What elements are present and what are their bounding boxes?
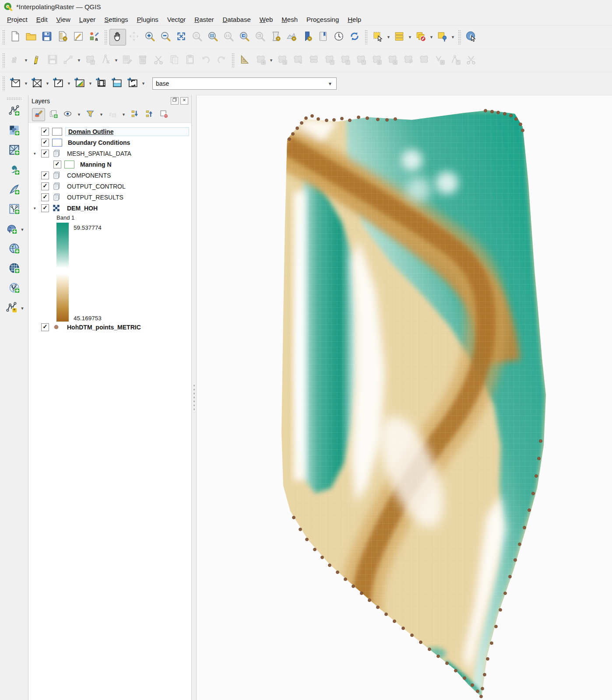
new-temporary-scratch-layer-button[interactable]: * xyxy=(4,301,20,316)
vertex-tool-button[interactable] xyxy=(98,52,113,68)
move-feature-button[interactable] xyxy=(253,52,268,68)
menu-help[interactable]: Help xyxy=(343,14,366,24)
layer-label[interactable]: DEM_HOH xyxy=(64,204,100,212)
expander-icon[interactable]: ▾ xyxy=(34,151,41,156)
add-part-button[interactable]: * xyxy=(337,52,353,68)
zoom-last-button[interactable] xyxy=(236,29,252,45)
select-by-location-dropdown[interactable]: ▼ xyxy=(450,35,456,39)
mesh-export-tool-button[interactable] xyxy=(50,76,66,91)
menu-settings[interactable]: Settings xyxy=(100,14,132,24)
current-edits-button[interactable] xyxy=(7,52,23,68)
menu-mesh[interactable]: Mesh xyxy=(277,14,302,24)
layer-checkbox[interactable]: ✓ xyxy=(41,139,49,147)
menu-database[interactable]: Database xyxy=(218,14,255,24)
add-raster-layer-button[interactable] xyxy=(6,123,22,139)
toolbar-drag-handle[interactable] xyxy=(458,30,461,45)
layer-label[interactable]: OUTPUT_CONTROL xyxy=(64,182,128,190)
layer-row[interactable]: ✓Boundary Conditions xyxy=(28,137,191,148)
delete-part-button[interactable] xyxy=(384,52,400,68)
layer-row[interactable]: ✓HohDTM_points_METRIC xyxy=(28,322,191,332)
save-layer-edits-button[interactable] xyxy=(45,52,60,68)
add-wcs-layer-button[interactable] xyxy=(6,261,22,277)
panel-close-button[interactable]: ✕ xyxy=(180,97,188,105)
panel-float-button[interactable] xyxy=(171,97,179,105)
new-temporary-scratch-layer-dropdown[interactable]: ▼ xyxy=(21,306,25,311)
refresh-map-button[interactable] xyxy=(347,29,362,45)
zoom-out-button[interactable] xyxy=(158,29,173,45)
layer-label[interactable]: Domain Outline xyxy=(65,127,189,136)
delete-selected-button[interactable] xyxy=(135,52,151,68)
layer-checkbox[interactable]: ✓ xyxy=(41,193,49,201)
show-spatial-bookmarks-button[interactable] xyxy=(315,29,331,45)
layer-row[interactable]: ✓Domain Outline xyxy=(28,126,191,137)
layer-checkbox[interactable]: ✓ xyxy=(53,161,61,168)
copy-features-button[interactable] xyxy=(166,52,182,68)
zoom-to-layer-button[interactable] xyxy=(205,29,221,45)
manage-map-themes-dropdown[interactable]: ▼ xyxy=(76,112,82,117)
toolbar-drag-handle[interactable] xyxy=(7,97,21,100)
add-virtual-layer-button[interactable] xyxy=(6,202,22,218)
menu-raster[interactable]: Raster xyxy=(190,14,218,24)
layer-checkbox[interactable]: ✓ xyxy=(41,204,49,212)
paste-features-button[interactable] xyxy=(182,52,198,68)
deselect-features-button[interactable] xyxy=(413,29,429,45)
layer-label[interactable]: MESH_SPATIAL_DATA xyxy=(64,150,134,158)
add-delimited-text-layer-button[interactable] xyxy=(6,163,22,178)
layer-row[interactable]: ✓Manning N xyxy=(28,159,191,170)
menu-processing[interactable]: Processing xyxy=(302,14,343,24)
new-map-view-button[interactable] xyxy=(268,29,284,45)
new-3d-map-view-button[interactable] xyxy=(284,29,299,45)
layer-checkbox[interactable]: ✓ xyxy=(41,128,49,136)
offset-curve-button[interactable] xyxy=(400,52,416,68)
zoom-next-button[interactable] xyxy=(252,29,268,45)
add-wfs-layer-button[interactable] xyxy=(6,281,22,297)
select-features-button[interactable] xyxy=(370,29,386,45)
cut-features-button[interactable] xyxy=(151,52,166,68)
open-layer-styling-button[interactable] xyxy=(32,108,45,121)
identify-features-button[interactable]: i xyxy=(463,29,479,45)
scale-feature-button[interactable] xyxy=(290,52,306,68)
layer-label[interactable]: Boundary Conditions xyxy=(65,139,133,147)
panel-splitter[interactable] xyxy=(192,95,196,700)
temporal-controller-button[interactable] xyxy=(331,29,347,45)
layer-row[interactable]: ✓COMPONENTS xyxy=(28,170,191,181)
toolbar-drag-handle[interactable] xyxy=(2,53,5,68)
deselect-features-dropdown[interactable]: ▼ xyxy=(429,35,434,39)
new-spatial-bookmark-button[interactable] xyxy=(299,29,315,45)
menu-project[interactable]: Project xyxy=(3,14,32,24)
simplify-feature-button[interactable] xyxy=(306,52,321,68)
add-polygon-feature-button[interactable]: * xyxy=(82,52,98,68)
select-features-by-value-dropdown[interactable]: ▼ xyxy=(407,35,413,39)
toolbar-drag-handle[interactable] xyxy=(104,30,107,45)
add-postgis-layer-dropdown[interactable]: ▼ xyxy=(21,228,25,232)
pan-to-selection-button[interactable] xyxy=(126,29,142,45)
add-mesh-layer-button[interactable] xyxy=(6,143,22,159)
add-vector-layer-button[interactable] xyxy=(6,104,22,119)
toggle-editing-button[interactable] xyxy=(29,52,45,68)
add-line-feature-button[interactable] xyxy=(60,52,76,68)
menu-vector[interactable]: Vector xyxy=(163,14,190,24)
filter-legend-dropdown[interactable]: ▼ xyxy=(98,112,104,117)
zoom-to-selection-button[interactable] xyxy=(189,29,205,45)
add-spatialite-layer-button[interactable] xyxy=(6,182,22,198)
select-by-location-button[interactable] xyxy=(434,29,450,45)
manage-map-themes-button[interactable] xyxy=(62,108,74,121)
mesh-interpolation-tool-button[interactable] xyxy=(72,76,88,91)
layer-row[interactable]: ▾✓DEM_HOH xyxy=(28,203,191,214)
expander-icon[interactable]: ▾ xyxy=(34,206,41,210)
filter-legend-button[interactable] xyxy=(84,108,96,121)
layer-checkbox[interactable]: ✓ xyxy=(41,182,49,190)
style-manager-button[interactable]: a xyxy=(86,29,102,45)
filter-by-expression-button[interactable]: ε xyxy=(106,108,119,121)
mesh-scenario-combo[interactable]: base ▼ xyxy=(152,77,337,90)
zoom-in-button[interactable] xyxy=(142,29,158,45)
modify-attributes-button[interactable] xyxy=(119,52,135,68)
new-project-button[interactable] xyxy=(7,29,23,45)
layer-checkbox[interactable]: ✓ xyxy=(41,323,49,331)
enable-advanced-digitizing-button[interactable] xyxy=(237,52,253,68)
current-edits-dropdown[interactable]: ▼ xyxy=(23,58,29,63)
rotate-feature-button[interactable] xyxy=(274,52,290,68)
collapse-all-button[interactable] xyxy=(143,108,155,121)
mesh-refresh-tool-dropdown[interactable]: ▼ xyxy=(141,81,146,86)
layer-label[interactable]: Manning N xyxy=(77,161,114,168)
